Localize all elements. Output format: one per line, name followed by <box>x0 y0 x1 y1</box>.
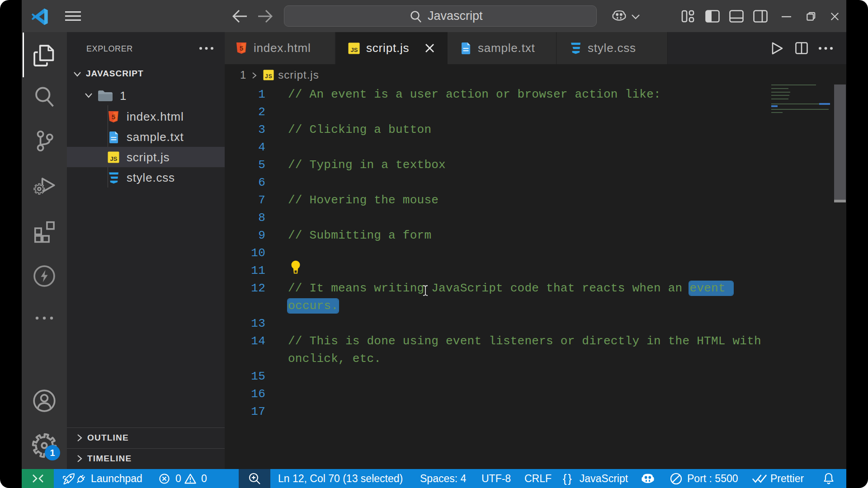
svg-text:JS: JS <box>110 155 117 162</box>
svg-text:JS: JS <box>265 73 273 80</box>
svg-text:5: 5 <box>112 113 115 121</box>
svg-text:JS: JS <box>350 47 358 53</box>
svg-text:5: 5 <box>240 44 243 52</box>
